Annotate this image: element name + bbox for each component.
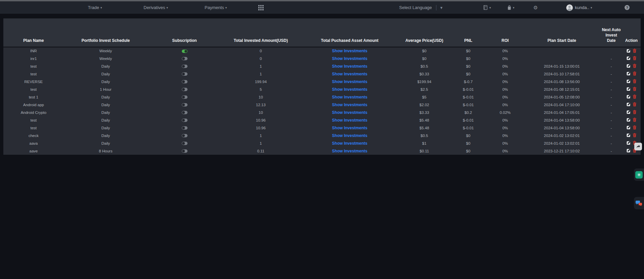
edit-button[interactable] xyxy=(627,118,631,122)
nav-menu-payments[interactable]: Payments ▾ xyxy=(205,1,227,14)
average-price-cell: $5.48 xyxy=(399,116,449,124)
delete-icon xyxy=(633,125,637,130)
show-investments-link[interactable]: Show Investments xyxy=(332,87,367,92)
edit-button[interactable] xyxy=(627,56,631,60)
share-arrow-button[interactable] xyxy=(634,143,642,150)
roi-cell: 0% xyxy=(487,85,523,93)
show-investments-link[interactable]: Show Investments xyxy=(332,102,367,107)
edit-button[interactable] xyxy=(627,49,631,53)
schedule-cell: Daily xyxy=(64,101,148,109)
next-date-cell: - xyxy=(600,132,622,139)
subscription-toggle[interactable] xyxy=(182,119,187,122)
table-row: test1 Hour5Show Investments$2.5$-0.010%2… xyxy=(3,85,641,93)
action-cell xyxy=(622,124,641,132)
delete-button[interactable] xyxy=(633,102,637,107)
orders-menu[interactable]: ▾ xyxy=(483,1,491,14)
help-button[interactable]: ? xyxy=(625,1,630,14)
delete-button[interactable] xyxy=(633,133,637,137)
delete-button[interactable] xyxy=(633,64,637,68)
subscription-toggle[interactable] xyxy=(182,95,187,99)
subscription-toggle[interactable] xyxy=(182,57,187,60)
delete-icon xyxy=(633,49,637,53)
chat-widget-button[interactable] xyxy=(634,197,644,209)
edit-button[interactable] xyxy=(627,87,631,91)
pnl-cell: $0 xyxy=(449,62,487,70)
subscription-toggle[interactable] xyxy=(182,111,187,114)
pnl-cell: $-0.01 xyxy=(449,116,487,124)
show-investments-link[interactable]: Show Investments xyxy=(332,79,367,84)
show-investments-link[interactable]: Show Investments xyxy=(332,72,367,76)
edit-button[interactable] xyxy=(627,125,631,130)
show-investments-link[interactable]: Show Investments xyxy=(332,49,367,53)
chevron-down-icon: ▾ xyxy=(100,6,102,9)
nav-menu-derivatives[interactable]: Derivatives ▾ xyxy=(144,1,168,14)
subscription-toggle[interactable] xyxy=(182,65,187,68)
subscription-toggle[interactable] xyxy=(182,50,187,53)
plan-name-cell: aava xyxy=(3,139,64,147)
edit-button[interactable] xyxy=(627,133,631,137)
edit-button[interactable] xyxy=(627,141,631,145)
delete-button[interactable] xyxy=(633,71,637,76)
subscription-toggle[interactable] xyxy=(182,80,187,83)
delete-button[interactable] xyxy=(633,94,637,99)
delete-button[interactable] xyxy=(633,125,637,130)
subscription-toggle[interactable] xyxy=(182,72,187,76)
edit-button[interactable] xyxy=(627,110,631,114)
column-header-total-puchased-asset-amount: Total Puchased Asset Amount xyxy=(300,18,399,47)
nav-menu-trade[interactable]: Trade ▾ xyxy=(88,1,102,14)
average-price-cell: $5 xyxy=(399,93,449,101)
subscription-toggle[interactable] xyxy=(182,103,187,107)
show-investments-link[interactable]: Show Investments xyxy=(332,56,367,61)
show-investments-link[interactable]: Show Investments xyxy=(332,133,367,138)
show-investments-link[interactable]: Show Investments xyxy=(332,110,367,115)
show-investments-link[interactable]: Show Investments xyxy=(332,64,367,69)
subscription-cell xyxy=(148,132,221,139)
start-date-cell xyxy=(523,55,600,62)
language-selector-label: Select Language xyxy=(399,5,432,10)
pnl-cell: $0 xyxy=(449,132,487,139)
edit-button[interactable] xyxy=(627,94,631,99)
show-investments-link[interactable]: Show Investments xyxy=(332,149,367,153)
edit-icon xyxy=(627,56,631,60)
start-date-cell: 2024-01-08 13:56:00 xyxy=(523,78,600,85)
average-price-cell: $1 xyxy=(399,139,449,147)
edit-button[interactable] xyxy=(627,102,631,107)
delete-button[interactable] xyxy=(633,87,637,91)
show-investments-link[interactable]: Show Investments xyxy=(332,141,367,146)
column-header-average-price-usd: Average Price(USD) xyxy=(399,18,449,47)
subscription-toggle[interactable] xyxy=(182,88,187,91)
start-date-cell xyxy=(523,47,600,55)
show-investments-link[interactable]: Show Investments xyxy=(332,95,367,99)
next-date-cell: - xyxy=(600,109,622,116)
invested-amount-cell: 5 xyxy=(221,85,300,93)
delete-button[interactable] xyxy=(633,56,637,60)
edit-icon xyxy=(627,87,631,91)
show-investments-link[interactable]: Show Investments xyxy=(332,126,367,130)
action-cell xyxy=(622,78,641,85)
ai-assistant-button[interactable]: ✳ xyxy=(634,168,644,181)
user-menu[interactable]: kunda.. ▾ xyxy=(566,1,592,14)
delete-button[interactable] xyxy=(633,79,637,83)
edit-button[interactable] xyxy=(627,79,631,83)
delete-button[interactable] xyxy=(633,110,637,114)
delete-icon xyxy=(633,87,637,91)
subscription-toggle[interactable] xyxy=(182,126,187,130)
edit-button[interactable] xyxy=(627,71,631,76)
subscription-toggle[interactable] xyxy=(182,142,187,145)
purchased-asset-cell: Show Investments xyxy=(300,101,399,109)
delete-button[interactable] xyxy=(633,49,637,53)
plan-name-cell: check xyxy=(3,132,64,139)
subscription-toggle[interactable] xyxy=(182,134,187,137)
nav-menu-payments-label: Payments xyxy=(205,5,224,10)
edit-button[interactable] xyxy=(627,64,631,68)
show-investments-link[interactable]: Show Investments xyxy=(332,118,367,123)
edit-button[interactable] xyxy=(627,148,631,153)
next-date-cell: - xyxy=(600,62,622,70)
apps-grid-button[interactable] xyxy=(258,1,264,14)
subscription-toggle[interactable] xyxy=(182,149,187,153)
wallet-menu[interactable]: ▾ xyxy=(507,1,515,14)
language-selector[interactable]: Select Language ▼ xyxy=(399,1,443,14)
orders-book-icon xyxy=(483,5,488,10)
settings-button[interactable]: ⚙ xyxy=(533,1,538,14)
delete-button[interactable] xyxy=(633,118,637,122)
